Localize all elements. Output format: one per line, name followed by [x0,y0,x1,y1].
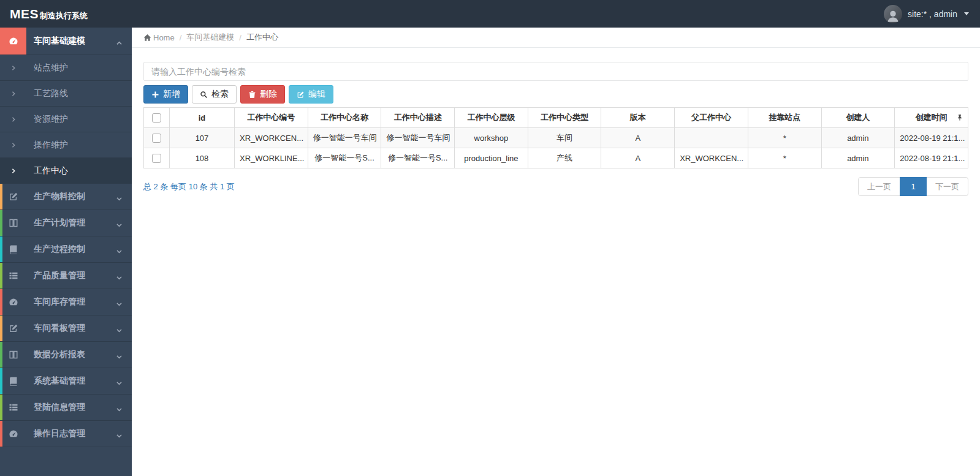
sidebar-subitem-process-route[interactable]: 工艺路线 [0,81,132,107]
add-button-label: 新增 [163,89,180,100]
cell-description: 修一智能一号车间 [381,128,455,148]
sidebar-item-label: 产品质量管理 [26,270,116,281]
accent-strip [0,421,2,447]
chevron-down-icon [116,299,123,306]
breadcrumb-home-link[interactable]: Home [143,33,175,42]
column-header-type: 工作中心类型 [528,108,601,128]
accent-strip [0,342,2,368]
cell-station: * [748,148,821,168]
cell-name: 修一智能一号S... [308,148,381,168]
logo-text-primary: MES [10,7,39,21]
chevron-down-icon [116,273,123,279]
trash-icon [248,91,256,99]
book-icon [0,236,26,262]
table-row[interactable]: 107 XR_WORKCEN... 修一智能一号车间 修一智能一号车间 work… [144,128,968,148]
edit-button-label: 编辑 [308,89,325,100]
pagination-controls: 上一页 1 下一页 [858,177,968,196]
sidebar-item-plan-management[interactable]: 生产计划管理 [0,210,132,236]
sidebar-subitem-station-maintenance[interactable]: 站点维护 [0,55,132,81]
pushpin-icon[interactable] [956,114,963,121]
column-header-parent: 父工作中心 [675,108,748,128]
breadcrumb-separator: / [239,33,241,42]
user-avatar [884,5,902,23]
sidebar-item-login-info-management[interactable]: 登陆信息管理 [0,395,132,421]
chevron-down-icon [116,378,123,385]
sidebar-subitem-label: 工艺路线 [26,88,132,99]
sidebar-subitem-resource-maintenance[interactable]: 资源维护 [0,107,132,132]
accent-strip [0,263,2,289]
sidebar-item-board-management[interactable]: 车间看板管理 [0,315,132,342]
user-menu[interactable]: site:* , admin [884,5,969,23]
sidebar-item-label: 生产过程控制 [26,244,116,255]
app-window: MES 制造执行系统 site:* , admin 车间基础建模 站点维护 工艺… [0,0,980,476]
chevron-down-icon [116,220,123,227]
delete-button-label: 删除 [260,89,277,100]
search-button-label: 检索 [211,89,229,100]
app-logo: MES 制造执行系统 [10,7,88,21]
breadcrumb-home-label: Home [153,33,175,42]
cell-description: 修一智能一号S... [381,148,455,168]
dashboard-icon [0,289,26,315]
sidebar: 车间基础建模 站点维护 工艺路线 资源维护 操作维护 工作中心 [0,28,132,476]
delete-button[interactable]: 删除 [240,85,285,104]
prev-page-button[interactable]: 上一页 [858,177,900,196]
dashboard-icon [0,28,26,55]
sidebar-subitem-label: 操作维护 [26,140,132,151]
cell-id: 107 [170,128,235,148]
column-header-code: 工作中心编号 [235,108,308,128]
chevron-down-icon [116,431,123,437]
column-header-station: 挂靠站点 [748,108,821,128]
chevron-right-icon [0,142,26,148]
chevron-up-icon [116,38,123,45]
row-select-cell [144,128,170,148]
columns-icon [0,210,26,236]
sidebar-item-label: 车间库存管理 [26,297,116,308]
columns-icon [0,342,26,368]
row-select-cell [144,148,170,168]
sidebar-item-inventory-management[interactable]: 车间库存管理 [0,289,132,315]
sidebar-item-label: 操作日志管理 [26,428,116,439]
accent-strip [0,184,2,210]
breadcrumb-current-page: 工作中心 [246,32,278,43]
home-icon [143,34,151,42]
page-1-button[interactable]: 1 [900,177,927,196]
cell-code: XR_WORKLINE... [235,148,308,168]
search-input[interactable] [143,62,968,81]
sidebar-subitem-operation-maintenance[interactable]: 操作维护 [0,132,132,158]
cell-parent: XR_WORKCEN... [675,148,748,168]
main-content: Home / 车间基础建模 / 工作中心 新增 检索 [132,28,980,476]
user-label: site:* , admin [908,9,957,19]
sidebar-item-system-management[interactable]: 系统基础管理 [0,368,132,395]
sidebar-subitem-work-center[interactable]: 工作中心 [0,158,132,184]
accent-strip [0,315,2,341]
sidebar-item-process-control[interactable]: 生产过程控制 [0,236,132,263]
row-checkbox[interactable] [152,154,161,163]
sidebar-item-label: 登陆信息管理 [26,402,116,413]
accent-strip [0,368,2,394]
row-checkbox[interactable] [152,134,161,143]
sidebar-item-operation-log-management[interactable]: 操作日志管理 [0,421,132,447]
select-all-checkbox[interactable] [152,113,161,123]
edit-icon [297,91,305,99]
cell-version: A [601,128,675,148]
sidebar-item-label: 生产计划管理 [26,217,116,229]
breadcrumb: Home / 车间基础建模 / 工作中心 [132,28,980,48]
chevron-down-icon [116,325,123,332]
cell-version: A [601,148,675,168]
accent-strip [0,210,2,236]
sidebar-item-analytics-reports[interactable]: 数据分析报表 [0,342,132,368]
search-button[interactable]: 检索 [192,85,237,104]
sidebar-subitem-label: 站点维护 [26,62,132,74]
sidebar-item-label: 车间看板管理 [26,323,116,334]
next-page-button[interactable]: 下一页 [926,177,968,196]
sidebar-item-material-control[interactable]: 生产物料控制 [0,184,132,210]
sidebar-item-workshop-modeling[interactable]: 车间基础建模 [0,28,132,55]
add-button[interactable]: 新增 [143,85,188,104]
cell-code: XR_WORKCEN... [235,128,308,148]
edit-button[interactable]: 编辑 [289,85,333,104]
column-header-level: 工作中心层级 [455,108,528,128]
chevron-down-icon [116,194,123,200]
table-row[interactable]: 108 XR_WORKLINE... 修一智能一号S... 修一智能一号S...… [144,148,968,168]
sidebar-item-quality-management[interactable]: 产品质量管理 [0,263,132,289]
accent-strip [0,236,2,262]
